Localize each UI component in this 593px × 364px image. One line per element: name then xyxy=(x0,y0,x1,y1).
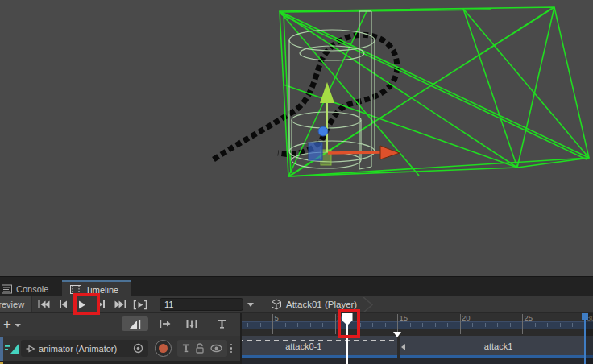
ruler-minor-tick xyxy=(485,323,486,327)
ruler-minor-tick xyxy=(322,323,323,327)
add-track-caret-icon xyxy=(15,324,21,327)
animator-icon xyxy=(26,344,35,354)
clip-attack0-1[interactable]: attack0-1 xyxy=(242,336,397,358)
add-track-button[interactable]: + xyxy=(3,316,32,332)
ruler-minor-tick xyxy=(260,323,261,327)
ruler-major-tick xyxy=(522,314,523,334)
scene-canvas xyxy=(0,0,593,276)
track-header[interactable]: animator (Animator) xyxy=(0,336,240,361)
cube-icon xyxy=(271,299,282,310)
clip-row[interactable]: attack0-1attack1 xyxy=(242,336,593,358)
ruler-minor-tick xyxy=(285,323,286,327)
ruler-minor-tick xyxy=(435,323,436,327)
move-gizmo[interactable] xyxy=(309,82,400,165)
tab-console-label: Console xyxy=(16,284,48,294)
capsule-colliders xyxy=(289,11,375,169)
unity-editor: Console Timeline Preview xyxy=(0,0,593,364)
track-button-group xyxy=(177,340,227,357)
ruler-minor-tick xyxy=(472,323,473,327)
ruler-frame-label: 25 xyxy=(525,313,533,322)
play-range-button[interactable] xyxy=(131,296,149,312)
ruler-minor-tick xyxy=(535,323,536,327)
clip-ease-in-marker xyxy=(401,344,405,350)
mix-mode-icon xyxy=(128,319,143,329)
mix-mode-button[interactable] xyxy=(122,316,148,331)
content-bottom-row xyxy=(242,358,593,364)
frame-dropdown-caret[interactable] xyxy=(247,303,254,307)
ruler-minor-tick xyxy=(297,323,298,327)
skip-to-end-icon xyxy=(114,300,127,309)
ruler-minor-tick xyxy=(447,323,448,327)
clip-attack1[interactable]: attack1 xyxy=(400,336,593,358)
ruler-minor-tick xyxy=(310,323,311,327)
animation-track-icon xyxy=(5,341,20,355)
ruler-minor-tick xyxy=(510,323,511,327)
ruler-minor-tick xyxy=(560,323,561,327)
replace-mode-icon xyxy=(185,319,198,329)
timeline-end-marker-head[interactable] xyxy=(582,313,588,320)
track-pin-icon[interactable] xyxy=(182,343,190,354)
ruler-frame-label: 20 xyxy=(462,313,471,322)
tab-console[interactable]: Console xyxy=(0,280,56,296)
marker-pin-icon xyxy=(218,319,226,329)
ruler-band[interactable] xyxy=(242,321,593,329)
ruler-minor-tick xyxy=(547,323,548,327)
timeline-end-marker[interactable] xyxy=(584,313,586,364)
clip-label: attack0-1 xyxy=(242,341,397,351)
animator-object-field[interactable]: animator (Animator) xyxy=(21,340,148,357)
console-icon xyxy=(2,284,12,294)
left-bottom-strip xyxy=(0,361,240,364)
x-axis-arrow[interactable] xyxy=(328,152,383,153)
scene-view[interactable] xyxy=(0,0,593,276)
ruler-minor-tick xyxy=(422,323,423,327)
record-button[interactable] xyxy=(155,340,172,357)
ruler-minor-tick xyxy=(385,323,386,327)
add-track-label: + xyxy=(3,318,11,331)
breadcrumb-chevron-icon xyxy=(363,297,374,312)
play-button-highlight xyxy=(73,293,100,315)
clip-label: attack1 xyxy=(400,341,593,351)
skip-to-end-button[interactable] xyxy=(111,296,130,312)
skip-to-start-icon xyxy=(37,300,50,309)
ripple-mode-icon xyxy=(158,319,171,329)
ruler-minor-tick xyxy=(497,323,498,327)
ruler-minor-tick xyxy=(572,323,573,327)
animator-field-label: animator (Animator) xyxy=(39,344,130,354)
timeline-content[interactable]: 51015202530 attack0-1attack1 xyxy=(242,313,593,364)
x-axis-arrowhead[interactable] xyxy=(380,146,400,159)
ruler-minor-tick xyxy=(372,323,373,327)
clip-boundary-marker[interactable] xyxy=(393,332,401,337)
out-of-range-shade xyxy=(585,313,593,364)
playhead-highlight xyxy=(338,309,360,338)
track-color-bar xyxy=(0,337,3,362)
ruler-major-tick xyxy=(460,314,461,334)
frame-field[interactable] xyxy=(160,298,243,311)
replace-mode-button[interactable] xyxy=(180,316,202,331)
step-back-button[interactable] xyxy=(53,296,72,312)
track-lock-icon[interactable] xyxy=(195,343,205,354)
gizmo-center-ball[interactable] xyxy=(318,126,328,136)
ripple-mode-button[interactable] xyxy=(153,316,175,331)
record-dot-icon xyxy=(159,344,168,353)
breadcrumb-label: Attack01 (Player) xyxy=(286,300,357,309)
play-range-icon xyxy=(133,300,147,310)
ruler-minor-tick xyxy=(410,323,411,327)
step-back-icon xyxy=(57,300,68,309)
edit-toolbar: + xyxy=(0,313,240,336)
ruler-major-tick xyxy=(335,314,336,334)
skip-to-start-button[interactable] xyxy=(34,296,52,312)
timeline-panel: Console Timeline Preview xyxy=(0,276,593,364)
object-picker-icon[interactable] xyxy=(133,343,143,354)
gizmo-plane-blue[interactable] xyxy=(309,143,322,160)
track-menu-button[interactable] xyxy=(230,340,233,357)
ruler-major-tick xyxy=(272,314,273,334)
track-mute-eye-icon[interactable] xyxy=(210,344,222,353)
preview-label: Preview xyxy=(0,300,24,309)
preview-toggle[interactable]: Preview xyxy=(0,296,32,312)
ruler-frame-label: 15 xyxy=(400,313,408,322)
ruler-frame-label: 5 xyxy=(275,313,279,322)
ruler-minor-tick xyxy=(247,323,248,327)
ruler-gap-row xyxy=(242,329,593,336)
marker-toggle-button[interactable] xyxy=(210,316,233,331)
